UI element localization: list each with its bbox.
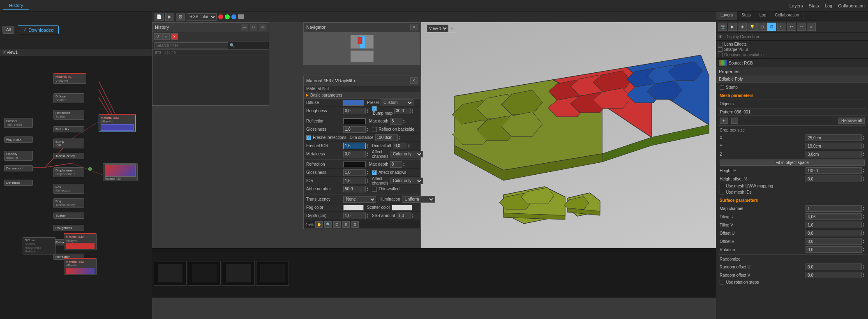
dim-distance-input[interactable]: [375, 134, 398, 141]
rtool-list-btn[interactable]: ≡: [807, 23, 816, 31]
mat-toggle2-btn[interactable]: ⊠: [351, 221, 359, 228]
rtool-undo-btn[interactable]: ↩: [787, 23, 796, 31]
node-bottom-3[interactable]: Material #53 VRayMtl: [64, 258, 97, 275]
right-tab-collaboration[interactable]: Collaboration: [771, 12, 804, 20]
x-spinner[interactable]: ▲▼: [806, 134, 865, 141]
random-offset-v-spinner[interactable]: ▲▼: [806, 272, 865, 278]
close-view1-button[interactable]: ✕: [2, 49, 7, 55]
right-tab-stats[interactable]: Stats: [737, 12, 755, 20]
reflect-backside-checkbox[interactable]: [372, 127, 377, 132]
bump-map-spinner[interactable]: ▲▼: [394, 108, 413, 114]
right-tab-layers[interactable]: Layers: [716, 12, 737, 20]
fresnel-checkbox[interactable]: ✓: [306, 135, 311, 140]
affect-channels-dropdown[interactable]: Color only: [390, 151, 423, 157]
rtool-modifier-btn[interactable]: ⊟: [767, 23, 776, 31]
tab-log[interactable]: Log: [825, 3, 832, 8]
offset-u-input[interactable]: [806, 230, 862, 236]
node-item-5[interactable]: Bump IOR: [53, 139, 84, 148]
node-preview[interactable]: Material #53: [103, 163, 138, 181]
x-input[interactable]: [806, 134, 862, 141]
rgb-selector[interactable]: RGB color: [187, 13, 217, 21]
fresnel-ior-input[interactable]: [343, 143, 366, 149]
rtool-material-btn[interactable]: ◈: [738, 23, 747, 31]
blue-channel-dot[interactable]: [231, 14, 236, 19]
red-channel-dot[interactable]: [218, 14, 223, 19]
node-item-2[interactable]: Diffuse Scatter: [53, 93, 84, 103]
ior-spinner[interactable]: ▲▼: [343, 178, 369, 184]
node-item-3[interactable]: Reflection Scatter: [53, 110, 84, 120]
file-button[interactable]: 📄: [155, 13, 164, 21]
remove-all-button[interactable]: Remove all: [838, 118, 865, 124]
remove-button[interactable]: -: [731, 118, 738, 124]
rtool-geometry-btn[interactable]: ◻: [757, 23, 766, 31]
depth-input[interactable]: [343, 213, 366, 219]
tab-history[interactable]: History: [3, 1, 29, 10]
glossiness-input[interactable]: [343, 126, 366, 133]
preset-dropdown[interactable]: Custom: [381, 99, 413, 106]
rtool-light-btn[interactable]: 💡: [748, 23, 757, 31]
bump-map-checkbox[interactable]: ✓: [372, 106, 377, 111]
right-tab-log[interactable]: Log: [755, 12, 771, 20]
filmstrip-thumb-4[interactable]: [256, 261, 289, 286]
map-channel-spinner[interactable]: ▲▼: [806, 205, 865, 212]
refr-max-depth-spinner[interactable]: ▲▼: [390, 161, 405, 168]
node-item-8[interactable]: Env Reflection: [53, 184, 84, 194]
mat-fit-btn[interactable]: ⊡: [333, 221, 341, 228]
hist-btn-3[interactable]: ✕: [171, 33, 178, 40]
rotation-input[interactable]: [806, 246, 862, 253]
max-depth-input[interactable]: [390, 118, 402, 125]
add-button[interactable]: +: [720, 118, 728, 124]
node-editor[interactable]: Material #1 VRayMtl Diffuse Scatter Refl…: [0, 56, 152, 319]
node-left-1[interactable]: Fresnel Thin Three: [4, 118, 33, 128]
filmstrip-thumb-1[interactable]: [154, 261, 187, 286]
diffuse-color-swatch[interactable]: [343, 100, 364, 106]
filmstrip-thumb-2[interactable]: [188, 261, 221, 286]
translucency-dropdown[interactable]: None: [343, 196, 376, 203]
metalness-input[interactable]: [343, 151, 366, 157]
eye-icon-1[interactable]: 👁: [718, 34, 723, 39]
rotation-spinner[interactable]: ▲▼: [806, 246, 865, 253]
image-button[interactable]: 🖼: [176, 13, 185, 21]
rtool-more-btn[interactable]: ⋯: [777, 23, 786, 31]
use-rotation-steps-checkbox[interactable]: [720, 280, 724, 284]
downloaded-button[interactable]: ✓ Downloaded: [18, 25, 59, 34]
tiling-u-input[interactable]: [806, 213, 862, 220]
sss-amount-input[interactable]: [397, 213, 411, 219]
z-spinner[interactable]: ▲▼: [806, 151, 865, 157]
rtool-camera-btn[interactable]: 📷: [718, 23, 727, 31]
refr-glossiness-spinner[interactable]: ▲▼: [343, 169, 369, 176]
rtool-render-btn[interactable]: ▶: [728, 23, 737, 31]
history-search-input[interactable]: [154, 42, 228, 49]
reflection-color-swatch[interactable]: [343, 118, 366, 124]
tab-stats[interactable]: Stats: [809, 3, 819, 8]
tiling-v-input[interactable]: [806, 222, 862, 228]
fit-in-object-space-button[interactable]: Fit in object space: [720, 160, 865, 166]
thin-walled-checkbox[interactable]: [372, 187, 377, 192]
denoiser-checkbox[interactable]: [718, 53, 723, 57]
all-button[interactable]: All: [2, 26, 14, 34]
sharpen-blur-checkbox[interactable]: [718, 47, 723, 52]
roughness-spinner[interactable]: ▲▼: [343, 108, 369, 114]
node-item-10[interactable]: Scatter: [53, 213, 84, 219]
z-input[interactable]: [806, 151, 862, 157]
node-item-7[interactable]: Displacement Displacement: [53, 167, 84, 177]
render-button[interactable]: ▶: [165, 13, 174, 21]
mat-hand-btn[interactable]: ✋: [315, 221, 323, 228]
history-close-button[interactable]: ✕: [259, 24, 266, 30]
abbe-spinner[interactable]: ▲▼: [343, 186, 369, 192]
node-material-main[interactable]: Material #53 VRayMtl: [99, 114, 136, 132]
height-pct-input[interactable]: [806, 167, 862, 174]
filmstrip-thumb-3[interactable]: [222, 261, 255, 286]
node-item-9[interactable]: Fog Translucency: [53, 198, 84, 208]
mat-close-button[interactable]: ✕: [410, 77, 418, 84]
fog-color-swatch[interactable]: [343, 205, 364, 210]
roughness-input[interactable]: [343, 108, 366, 114]
node-item-4[interactable]: Refraction: [53, 126, 84, 132]
history-maximize-button[interactable]: □: [250, 24, 257, 30]
rtool-redo-btn[interactable]: ↪: [797, 23, 806, 31]
mat-toggle1-btn[interactable]: ⊞: [342, 221, 350, 228]
node-left-2[interactable]: Flag mask: [4, 136, 33, 143]
alpha-channel-dot[interactable]: [238, 14, 244, 19]
hist-btn-1[interactable]: ↺: [154, 33, 162, 40]
map-channel-input[interactable]: [806, 205, 862, 212]
